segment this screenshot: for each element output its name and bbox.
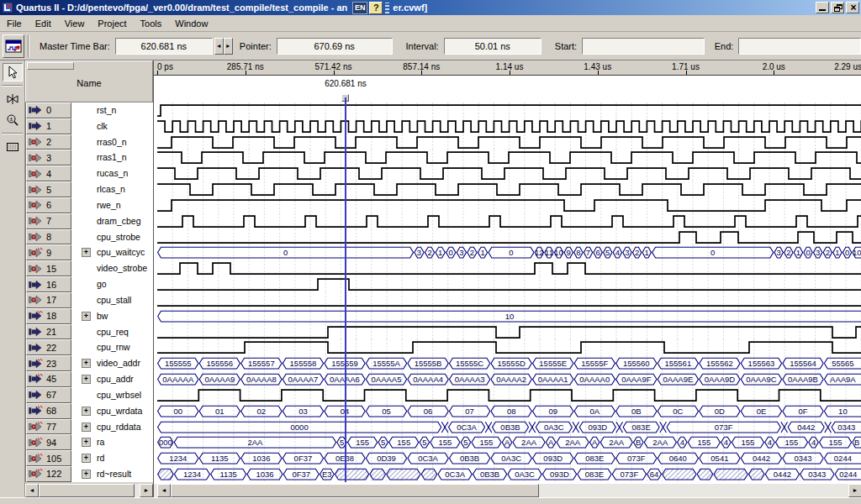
signal-handle-dram_cbeg[interactable]: 7 <box>26 213 71 229</box>
menu-project[interactable]: Project <box>91 17 133 30</box>
signal-row-cpu_rddata[interactable]: 77+cpu_rddata <box>26 419 153 435</box>
zoom-tool-icon[interactable]: ± <box>3 111 23 129</box>
signal-handle-rst_n[interactable]: 0 <box>26 102 71 118</box>
signal-name[interactable]: video_addr <box>97 358 140 368</box>
wave-row-cpu_strobe[interactable] <box>157 229 861 245</box>
scroll-left-icon[interactable]: ◄ <box>157 484 171 497</box>
signal-handle-cpu_wrdata[interactable]: 68 <box>26 403 71 419</box>
signal-name[interactable]: rd <box>97 453 104 463</box>
minimize-button[interactable] <box>816 2 829 13</box>
signal-name[interactable]: rlcas_n <box>97 184 125 194</box>
signal-name[interactable]: cpu_strobe <box>97 232 140 242</box>
signal-handle-rras0_n[interactable]: 2 <box>26 134 71 150</box>
scroll-left-icon[interactable]: ◄ <box>25 484 39 497</box>
signal-name[interactable]: cpu_addr <box>97 374 134 384</box>
wave-row-cpu_req[interactable] <box>157 324 861 340</box>
close-button[interactable]: × <box>846 2 859 13</box>
wave-row-rras0_n[interactable] <box>157 134 861 150</box>
signal-name[interactable]: rst_n <box>97 105 116 115</box>
time-step-forward-button[interactable]: ▸ <box>224 38 233 55</box>
signal-handle-cpu_rnw[interactable]: 22 <box>26 339 71 355</box>
signal-row-rras1_n[interactable]: 3rras1_n <box>26 150 153 165</box>
selection-tool-icon[interactable] <box>3 63 23 81</box>
signal-row-rucas_n[interactable]: 4rucas_n <box>26 165 153 181</box>
expand-toggle-icon[interactable]: + <box>82 407 91 416</box>
wave-row-bw[interactable]: 10 <box>157 308 861 324</box>
signal-handle-rras1_n[interactable]: 3 <box>26 150 71 165</box>
signal-row-cpu_wrdata[interactable]: 68+cpu_wrdata <box>26 403 153 419</box>
wave-row-clk[interactable] <box>157 118 861 134</box>
signal-handle-rd[interactable]: 105 <box>26 450 71 466</box>
signal-handle-rlcas_n[interactable]: 5 <box>26 181 71 197</box>
signal-row-rst_n[interactable]: 0rst_n <box>26 102 153 118</box>
restore-button[interactable] <box>831 2 844 13</box>
marker-row[interactable]: 620.681 ns <box>157 76 861 102</box>
signal-row-go[interactable]: 16go <box>26 276 153 292</box>
menu-tools[interactable]: Tools <box>134 17 169 30</box>
help-icon[interactable]: ? <box>369 2 383 14</box>
wave-row-cpu_wrbsel[interactable] <box>157 387 861 403</box>
wave-row-cpu_wrdata[interactable]: 000102030405060708090A0B0C0D0E0F10 <box>157 403 861 419</box>
wave-row-rwe_n[interactable] <box>157 197 861 213</box>
wave-row-cpu_waitcyc[interactable]: 03210321012111098765432103210321010 <box>157 244 861 260</box>
wave-scrollbar[interactable]: ◄ ► <box>154 484 861 497</box>
signal-handle-bw[interactable]: 18 <box>26 308 71 324</box>
wave-row-ra[interactable]: 0002AA5155515551555155A2AAA2AAA2AAB2AA41… <box>157 434 861 450</box>
snap-to-transition-icon[interactable] <box>3 90 23 108</box>
expand-toggle-icon[interactable]: + <box>82 438 91 447</box>
wave-row-rd~result[interactable]: 1234113510360F37E30C3A0B3B0A3C093D083E07… <box>157 466 861 482</box>
signal-handle-cpu_waitcyc[interactable]: 9 <box>26 244 71 260</box>
signal-row-ra[interactable]: 94+ra <box>26 434 153 450</box>
signal-name[interactable]: ra <box>97 437 104 447</box>
signal-row-cpu_stall[interactable]: 17cpu_stall <box>26 292 153 308</box>
signal-handle-cpu_stall[interactable]: 17 <box>26 292 71 308</box>
signal-name[interactable]: cpu_wrbsel <box>97 390 141 400</box>
wave-row-rd[interactable]: 1234113510360F370E380D390C3A0B3B0A3C093D… <box>157 450 861 466</box>
expand-toggle-icon[interactable]: + <box>82 312 91 321</box>
waveform-editor-icon[interactable] <box>3 34 24 58</box>
signal-handle-cpu_rddata[interactable]: 77 <box>26 419 71 435</box>
signal-handle-rucas_n[interactable]: 4 <box>26 165 71 181</box>
signal-row-cpu_req[interactable]: 21cpu_req <box>26 324 153 340</box>
signal-name[interactable]: clk <box>97 121 108 131</box>
signal-name[interactable]: dram_cbeg <box>97 216 141 226</box>
scrollbar-thumb[interactable] <box>39 484 135 497</box>
wave-row-rst_n[interactable] <box>157 102 861 118</box>
wave-row-rlcas_n[interactable] <box>157 181 861 197</box>
wave-row-cpu_rnw[interactable] <box>157 339 861 355</box>
time-scale[interactable]: 0 ps285.71 ns571.42 ns857.14 ns1.14 us1.… <box>154 60 861 76</box>
expand-toggle-icon[interactable]: + <box>82 359 91 368</box>
signal-handle-ra[interactable]: 94 <box>26 434 71 450</box>
menu-file[interactable]: File <box>0 17 29 30</box>
signal-row-video_addr[interactable]: 23+video_addr <box>26 355 153 371</box>
wave-row-cpu_addr[interactable]: 0AAAAA0AAAA90AAAA80AAAA70AAAA60AAAA50AAA… <box>157 371 861 387</box>
signal-name[interactable]: cpu_wrdata <box>97 406 142 416</box>
signal-name[interactable]: rucas_n <box>97 168 128 178</box>
signal-handle-cpu_wrbsel[interactable]: 67 <box>26 387 71 403</box>
signal-name[interactable]: rwe_n <box>97 200 121 210</box>
signal-row-cpu_rnw[interactable]: 22cpu_rnw <box>26 339 153 355</box>
wave-row-rucas_n[interactable] <box>157 165 861 181</box>
signal-row-cpu_strobe[interactable]: 8cpu_strobe <box>26 229 153 245</box>
signal-row-rd~result[interactable]: 122+rd~result <box>26 466 153 482</box>
signal-handle-video_addr[interactable]: 23 <box>26 355 71 371</box>
expand-toggle-icon[interactable]: + <box>82 375 91 384</box>
signal-name[interactable]: cpu_waitcyc <box>97 247 145 257</box>
menu-edit[interactable]: Edit <box>29 17 58 30</box>
wave-row-go[interactable] <box>157 276 861 292</box>
signal-row-clk[interactable]: 1clk <box>26 118 153 134</box>
signal-row-cpu_addr[interactable]: 45+cpu_addr <box>26 371 153 387</box>
signal-name[interactable]: cpu_stall <box>97 295 131 305</box>
scrollbar-thumb[interactable] <box>171 484 539 497</box>
expand-toggle-icon[interactable]: + <box>82 248 91 257</box>
scroll-right-icon[interactable]: ► <box>140 484 153 497</box>
signal-handle-rd~result[interactable]: 122 <box>26 466 71 482</box>
wave-row-video_addr[interactable]: 15555515555615555715555815555915555A1555… <box>157 355 861 371</box>
signal-row-rras0_n[interactable]: 2rras0_n <box>26 134 153 150</box>
wave-row-video_strobe[interactable] <box>157 260 861 276</box>
signal-row-cpu_waitcyc[interactable]: 9+cpu_waitcyc <box>26 244 153 260</box>
signal-name[interactable]: rras1_n <box>97 152 127 162</box>
signal-name[interactable]: cpu_req <box>97 327 129 337</box>
signal-handle-cpu_req[interactable]: 21 <box>26 324 71 340</box>
language-bar-grip[interactable] <box>385 3 389 13</box>
